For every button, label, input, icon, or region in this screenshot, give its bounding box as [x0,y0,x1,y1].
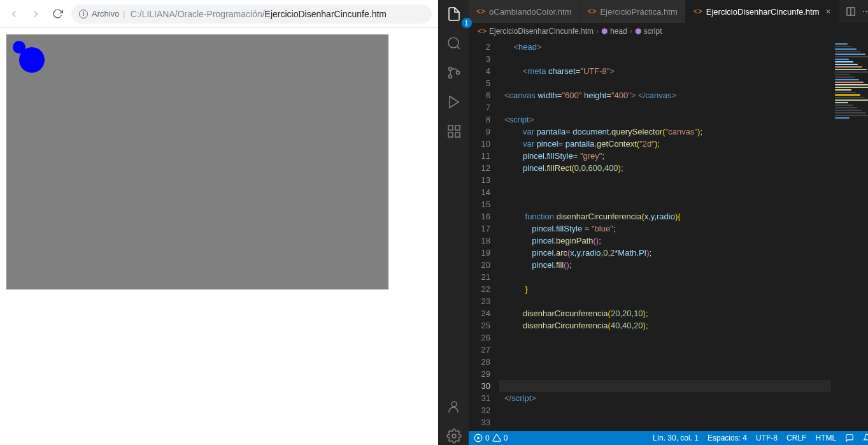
tab-ejerciciodisenhar[interactable]: <> EjercicioDisenharCincunfe.htm × [686,0,839,23]
canvas-output [6,34,388,289]
status-errors[interactable]: 0 0 [474,434,508,442]
svg-rect-6 [448,126,453,130]
svg-point-2 [448,68,452,71]
breadcrumbs[interactable]: <> EjercicioDisenharCincunfe.htm › ⬢ hea… [469,23,868,40]
breadcrumb-item: head [610,27,627,36]
svg-rect-7 [455,126,460,130]
breadcrumb-item: script [644,27,662,36]
settings-icon[interactable] [445,427,463,445]
feedback-icon[interactable] [845,434,854,442]
code-editor[interactable]: 2345678910111213141516171819202122232425… [469,40,868,431]
status-spaces[interactable]: Espacios: 4 [708,434,747,442]
svg-point-0 [448,38,459,48]
close-icon[interactable]: × [826,6,831,17]
run-debug-icon[interactable] [445,93,463,111]
status-ln-col[interactable]: Lín. 30, col. 1 [653,434,699,442]
html-file-icon: <> [694,7,702,16]
search-icon[interactable] [445,34,463,52]
status-lang[interactable]: HTML [815,434,836,442]
editor-tabs: <> oCambiandoColor.htm <> EjercicioPráct… [469,0,868,23]
editor-area: <> oCambiandoColor.htm <> EjercicioPráct… [469,0,868,445]
explorer-icon[interactable]: 1 [445,5,463,23]
tab-ejerciciopractica[interactable]: <> EjercicioPráctica.htm [580,0,685,23]
code-content[interactable]: <head> <meta charset="UTF-8"> <canvas wi… [499,40,831,431]
html-file-icon: <> [478,27,487,36]
html-file-icon: <> [587,7,596,16]
browser-window: i Archivo | C:/LILIANA/Oracle-Programaci… [0,0,438,445]
cube-icon: ⬢ [601,27,608,36]
svg-point-3 [448,75,452,78]
site-info[interactable]: i Archivo | [79,9,125,18]
notifications-icon[interactable] [863,434,868,442]
explorer-badge: 1 [462,18,472,28]
cube-icon: ⬢ [635,27,641,36]
tab-label: EjercicioDisenharCincunfe.htm [706,7,820,17]
tab-label: EjercicioPráctica.htm [600,7,677,17]
svg-point-10 [452,402,457,407]
info-icon: i [79,10,88,18]
back-button[interactable] [6,6,22,22]
status-bar: 0 0 Lín. 30, col. 1 Espacios: 4 UTF-8 CR… [469,431,868,445]
svg-rect-8 [448,133,453,137]
status-eol[interactable]: CRLF [786,434,806,442]
browser-toolbar: i Archivo | C:/LILIANA/Oracle-Programaci… [0,0,438,28]
accounts-icon[interactable] [445,398,463,416]
breadcrumb-file: EjercicioDisenharCincunfe.htm [489,27,594,36]
svg-point-11 [452,434,456,438]
reload-button[interactable] [50,6,65,22]
forward-button[interactable] [28,6,43,22]
line-gutter: 2345678910111213141516171819202122232425… [469,40,499,431]
tab-label: oCambiandoColor.htm [489,7,571,17]
vscode-window: 1 <> oCambiandoColor.htm <> [438,0,868,445]
html-file-icon: <> [476,7,485,16]
source-control-icon[interactable] [445,64,463,82]
url-text: C:/LILIANA/Oracle-Programación/Ejercicio… [131,9,387,19]
more-icon[interactable]: ··· [862,6,868,17]
svg-marker-5 [450,96,459,108]
activity-bar: 1 [438,0,469,445]
split-editor-icon[interactable] [846,6,856,17]
svg-rect-9 [455,133,460,137]
extensions-icon[interactable] [445,122,463,140]
browser-viewport [0,28,438,296]
site-info-label: Archivo [92,9,119,18]
address-bar[interactable]: i Archivo | C:/LILIANA/Oracle-Programaci… [71,4,432,24]
tab-ocambiandocolor[interactable]: <> oCambiandoColor.htm [469,0,580,23]
minimap[interactable] [831,40,868,431]
svg-line-1 [457,47,459,49]
status-encoding[interactable]: UTF-8 [756,434,778,442]
